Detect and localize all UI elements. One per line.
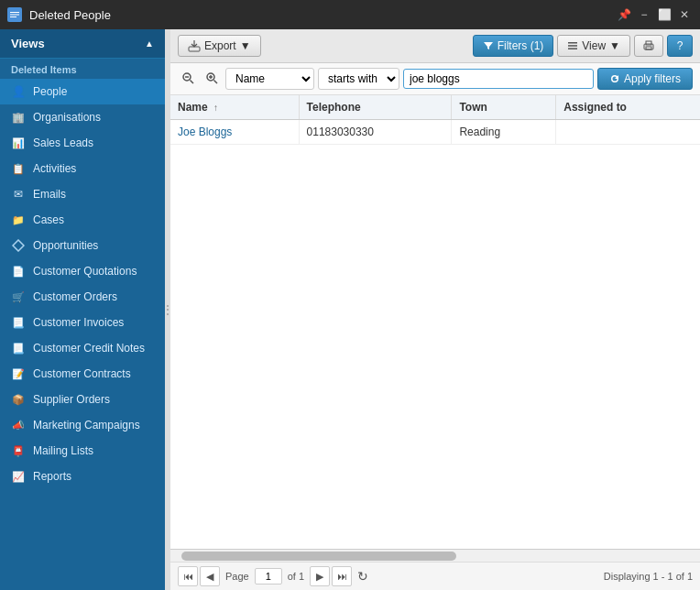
close-button[interactable]: ✕ [676,6,693,23]
invoices-icon [11,315,26,330]
sidebar-views-header[interactable]: Views ▲ [0,29,165,58]
sidebar-item-supplier-orders[interactable]: Supplier Orders [0,387,165,412]
sidebar-item-people[interactable]: People [0,79,165,104]
table-header-row: Name ↑ Telephone Town Assigned to [170,95,700,120]
sidebar-deleted-items-group: Deleted Items [0,58,165,79]
svg-line-13 [214,80,218,83]
cell-assigned-to [556,120,700,145]
svg-rect-5 [568,48,577,49]
sidebar-item-customer-contracts[interactable]: Customer Contracts [0,361,165,387]
col-name-label: Name [178,101,208,114]
page-number-input[interactable] [255,568,282,585]
filter-bar: Name Telephone Town Assigned to starts w… [170,63,700,95]
filter-search-icon-1[interactable] [178,70,198,89]
refresh-icon [609,73,620,84]
app-icon [7,7,22,22]
activities-icon [11,161,26,176]
scroll-thumb[interactable] [181,552,456,561]
emails-icon [11,187,26,202]
toolbar-left: Export ▼ [178,35,261,57]
last-page-button[interactable]: ⏭ [332,566,352,586]
sidebar-item-label: Organisations [33,111,101,124]
sidebar-item-label: Sales Leads [33,137,93,149]
view-icon [567,40,578,51]
person-name-link[interactable]: Joe Bloggs [178,126,232,138]
filter-condition-select[interactable]: starts with contains equals ends with [318,68,399,90]
sidebar-collapse-icon: ▲ [145,38,154,49]
prev-page-button[interactable]: ◀ [200,566,220,586]
view-drop-icon: ▼ [609,39,620,52]
sidebar-item-sales-leads[interactable]: Sales Leads [0,130,165,156]
help-button[interactable]: ? [667,35,693,57]
sidebar-item-label: Emails [33,188,66,201]
sidebar-item-activities[interactable]: Activities [0,156,165,181]
first-page-button[interactable]: ⏮ [178,566,198,586]
sidebar-item-customer-orders[interactable]: Customer Orders [0,284,165,310]
col-name: Name ↑ [170,95,299,120]
horizontal-scrollbar[interactable] [170,549,700,562]
svg-rect-8 [646,47,651,49]
sidebar-item-marketing-campaigns[interactable]: Marketing Campaigns [0,412,165,438]
data-table: Name ↑ Telephone Town Assigned to [170,95,700,145]
sort-asc-icon[interactable]: ↑ [213,103,218,113]
toolbar-right: Filters (1) View ▼ ? [473,35,693,57]
export-button[interactable]: Export ▼ [178,35,261,57]
filter-search-icon-2[interactable] [202,70,222,89]
sidebar-item-cases[interactable]: Cases [0,207,165,233]
sidebar-item-customer-invoices[interactable]: Customer Invoices [0,310,165,335]
col-telephone: Telephone [299,95,452,120]
displaying-text: Displaying 1 - 1 of 1 [604,571,693,582]
sidebar-views-label: Views [11,37,45,50]
col-assigned-to: Assigned to [556,95,700,120]
svg-marker-1 [13,240,24,251]
apply-filters-button[interactable]: Apply filters [597,68,693,90]
sidebar-item-label: Customer Quotations [33,265,137,278]
filter-field-select[interactable]: Name Telephone Town Assigned to [225,68,314,90]
pagination-refresh-button[interactable]: ↻ [354,569,372,584]
maximize-button[interactable]: ⬜ [656,6,673,23]
sidebar-item-emails[interactable]: Emails [0,181,165,207]
col-town-label: Town [459,101,487,114]
sidebar-item-opportunities[interactable]: Opportunities [0,233,165,258]
next-page-button[interactable]: ▶ [310,566,330,586]
toolbar: Export ▼ Filters (1) View ▼ [170,29,700,63]
filter-value-input[interactable] [403,69,594,89]
cell-name: Joe Bloggs [170,120,299,145]
col-town: Town [452,95,556,120]
sidebar-item-customer-credit-notes[interactable]: Customer Credit Notes [0,335,165,361]
pagination-controls: ⏮ ◀ Page of 1 ▶ ⏭ ↻ [178,566,372,586]
sidebar-item-label: Mailing Lists [33,444,93,457]
filters-button[interactable]: Filters (1) [473,35,554,57]
view-button[interactable]: View ▼ [557,35,630,57]
zoom-in-icon [205,71,218,84]
export-icon [188,39,201,52]
table-row: Joe Bloggs 01183030330 Reading [170,120,700,145]
sidebar-item-organisations[interactable]: Organisations [0,104,165,130]
supplier-icon [11,392,26,407]
col-assigned-to-label: Assigned to [563,101,627,114]
cell-telephone: 01183030330 [299,120,452,145]
help-icon: ? [677,39,684,52]
org-icon [11,110,26,125]
cases-icon [11,213,26,227]
svg-rect-3 [568,42,577,44]
main-content: Export ▼ Filters (1) View ▼ [170,29,700,590]
leads-icon [11,136,26,150]
zoom-out-icon [181,71,194,84]
sidebar-item-label: Customer Orders [33,290,117,303]
sidebar-item-reports[interactable]: Reports [0,464,165,489]
pin-button[interactable]: 📌 [616,6,632,23]
sidebar-item-label: Supplier Orders [33,393,110,406]
window-title: Deleted People [29,8,608,22]
marketing-icon [11,418,26,432]
print-button[interactable] [634,35,663,57]
sidebar-item-mailing-lists[interactable]: Mailing Lists [0,438,165,464]
sidebar-item-customer-quotations[interactable]: Customer Quotations [0,258,165,284]
apply-filters-label: Apply filters [624,72,681,85]
page-of-label: of 1 [288,571,304,582]
svg-line-10 [191,80,194,83]
minimize-button[interactable]: − [636,6,652,23]
title-bar: Deleted People 📌 − ⬜ ✕ [0,0,700,29]
reports-icon [11,469,26,484]
sidebar-item-label: Customer Credit Notes [33,342,145,355]
